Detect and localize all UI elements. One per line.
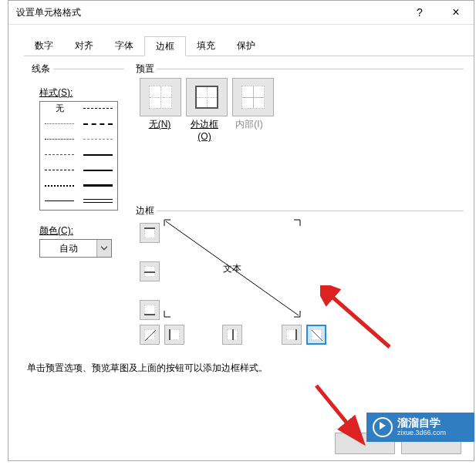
- line-style-option[interactable]: [79, 179, 117, 193]
- divider: [157, 211, 464, 211]
- help-icon: ?: [417, 6, 423, 19]
- tab-protection[interactable]: 保护: [226, 36, 266, 56]
- preset-none-icon: [149, 86, 172, 109]
- line-style-option[interactable]: [79, 194, 117, 208]
- line-style-option[interactable]: [79, 148, 117, 162]
- line-style-option[interactable]: [40, 179, 79, 193]
- close-button[interactable]: ×: [438, 1, 474, 24]
- line-style-option[interactable]: [40, 133, 79, 147]
- tab-fill[interactable]: 填充: [186, 36, 226, 56]
- color-label: 颜色(C):: [39, 224, 132, 238]
- preset-section-label: 预置: [136, 62, 154, 76]
- border-left-icon: [169, 329, 180, 340]
- tab-number[interactable]: 数字: [24, 36, 64, 56]
- svg-line-4: [316, 386, 351, 428]
- line-style-none[interactable]: 无: [40, 102, 79, 116]
- color-value: 自动: [40, 241, 96, 255]
- watermark-title: 溜溜自学: [397, 417, 446, 429]
- line-style-listbox[interactable]: 无: [39, 101, 118, 211]
- preset-inside-icon: [241, 86, 265, 109]
- preset-inside-button[interactable]: [232, 78, 274, 116]
- tab-alignment[interactable]: 对齐: [64, 36, 104, 56]
- watermark-url: zixue.3d66.com: [397, 430, 446, 437]
- style-label: 样式(S):: [39, 86, 132, 99]
- svg-line-3: [328, 293, 390, 347]
- preset-outline-button[interactable]: [186, 78, 228, 116]
- preset-outline-label: 外边框(O): [184, 118, 224, 142]
- color-dropdown[interactable]: 自动: [39, 239, 112, 258]
- format-cells-dialog: 设置单元格格式 ? × 数字 对齐 字体 边框 填充 保护 线条 样式(S): …: [8, 0, 474, 461]
- close-icon: ×: [452, 5, 459, 19]
- border-bottom-button[interactable]: [140, 300, 160, 320]
- border-mid-horizontal-icon: [144, 266, 155, 277]
- preset-outline-icon: [195, 86, 218, 109]
- border-left-button[interactable]: [164, 325, 184, 345]
- border-mid-vertical-icon: [227, 329, 238, 340]
- line-style-option[interactable]: [79, 102, 117, 116]
- line-style-group: 线条 样式(S): 无 颜色(C): 自动: [32, 62, 132, 258]
- border-section-label: 边框: [136, 204, 154, 217]
- instruction-text: 单击预置选项、预览草图及上面的按钮可以添加边框样式。: [27, 362, 268, 375]
- divider: [157, 69, 464, 69]
- titlebar: 设置单元格格式 ? ×: [8, 1, 474, 25]
- line-style-option[interactable]: [40, 117, 79, 131]
- border-diagonal-up-button[interactable]: [140, 325, 160, 345]
- border-mid-horizontal-button[interactable]: [140, 261, 160, 281]
- border-bottom-icon: [144, 305, 155, 315]
- help-button[interactable]: ?: [404, 1, 435, 24]
- svg-line-0: [145, 330, 156, 341]
- tab-font[interactable]: 字体: [104, 36, 144, 56]
- line-style-option[interactable]: [40, 194, 79, 208]
- preset-none-button[interactable]: [140, 78, 181, 116]
- preset-inside-label: 内部(I): [229, 118, 269, 142]
- border-right-icon: [286, 329, 297, 340]
- line-style-option[interactable]: [40, 163, 79, 177]
- tab-strip: 数字 对齐 字体 边框 填充 保护: [24, 35, 474, 56]
- border-diagonal-up-icon: [144, 329, 155, 340]
- border-right-button[interactable]: [282, 325, 302, 345]
- presets-row: [140, 78, 274, 116]
- preview-text: 文本: [223, 262, 241, 275]
- line-style-option[interactable]: [79, 117, 117, 131]
- border-preview[interactable]: 文本: [163, 218, 302, 318]
- preset-none-label: 无(N): [140, 118, 180, 142]
- line-style-option[interactable]: [79, 133, 117, 147]
- line-style-option[interactable]: [79, 163, 117, 177]
- watermark: 溜溜自学 zixue.3d66.com: [366, 413, 474, 442]
- border-top-icon: [144, 227, 155, 238]
- line-section-label: 线条: [32, 62, 132, 76]
- line-style-option[interactable]: [40, 148, 79, 162]
- watermark-logo-icon: [373, 417, 393, 437]
- border-top-button[interactable]: [140, 223, 160, 243]
- dialog-title: 设置单元格格式: [16, 6, 81, 19]
- preset-labels: 无(N) 外边框(O) 内部(I): [140, 118, 269, 142]
- chevron-down-icon: [96, 240, 111, 257]
- annotation-arrow-1: [320, 285, 397, 362]
- tab-content: 线条 样式(S): 无 颜色(C): 自动: [8, 56, 474, 66]
- tab-border[interactable]: 边框: [144, 36, 186, 56]
- border-mid-vertical-button[interactable]: [222, 325, 242, 345]
